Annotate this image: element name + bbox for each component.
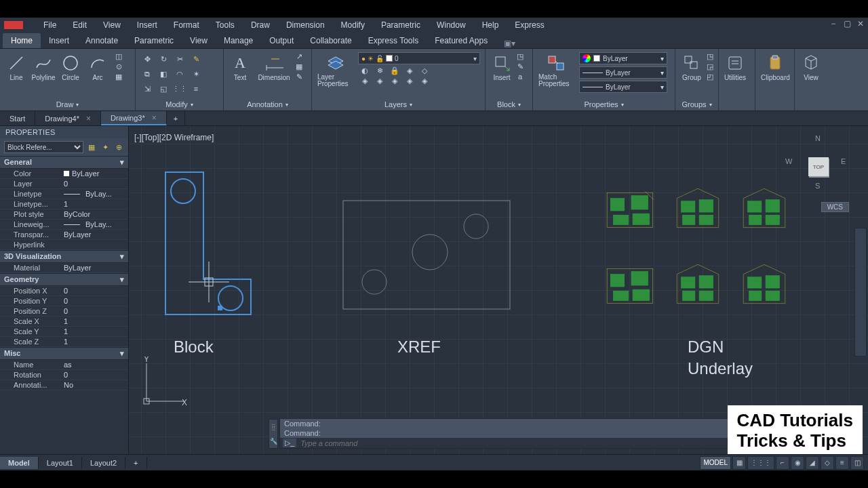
- property-row[interactable]: Nameas: [0, 360, 128, 370]
- close-tab-icon[interactable]: ×: [152, 113, 157, 123]
- command-line-handle[interactable]: ⣿🔧: [269, 419, 278, 449]
- property-row[interactable]: Position Y0: [0, 296, 128, 306]
- layout-tab-2[interactable]: Layout2: [82, 457, 125, 469]
- status-model[interactable]: MODEL: [700, 456, 731, 470]
- layer-properties-button[interactable]: Layer Properties: [316, 52, 354, 89]
- layout-tab-model[interactable]: Model: [0, 457, 39, 469]
- layer-mini-8[interactable]: ◈: [388, 77, 401, 85]
- wcs-label[interactable]: WCS: [821, 202, 849, 212]
- circle-button[interactable]: Circle: [58, 52, 83, 83]
- lineweight-selector[interactable]: ByLayer▾: [579, 81, 667, 93]
- status-snap-icon[interactable]: ⋮⋮⋮: [747, 456, 774, 470]
- property-section-general[interactable]: General▾: [0, 156, 128, 169]
- group-mini-3[interactable]: ◰: [707, 73, 713, 81]
- property-row[interactable]: LinetypeByLay...: [0, 189, 128, 199]
- trim-button[interactable]: ✂: [172, 52, 187, 66]
- file-tab-drawing3[interactable]: Drawing3*×: [101, 111, 167, 125]
- property-row[interactable]: Linetype...1: [0, 199, 128, 209]
- menu-express[interactable]: Express: [507, 20, 552, 30]
- tab-view[interactable]: View: [182, 33, 216, 48]
- view-button[interactable]: View: [799, 52, 823, 83]
- copy-button[interactable]: ⧉: [140, 67, 155, 81]
- tab-featured-apps[interactable]: Featured Apps: [427, 33, 496, 48]
- menu-window[interactable]: Window: [429, 20, 474, 30]
- property-row[interactable]: Scale Y1: [0, 327, 128, 337]
- viewcube-top-face[interactable]: TOP: [808, 157, 829, 176]
- move-button[interactable]: ✥: [140, 52, 155, 66]
- menu-dimension[interactable]: Dimension: [278, 20, 333, 30]
- menu-view[interactable]: View: [95, 20, 129, 30]
- stretch-button[interactable]: ⇲: [140, 82, 155, 96]
- dimension-button[interactable]: Dimension: [255, 52, 293, 83]
- layer-iso2[interactable]: ◇: [418, 66, 431, 75]
- tab-output[interactable]: Output: [261, 33, 302, 48]
- close-icon[interactable]: ✕: [856, 19, 865, 28]
- group-mini-2[interactable]: ◲: [707, 62, 713, 71]
- selection-type-dropdown[interactable]: Block Refere...: [4, 141, 83, 153]
- polyline-button[interactable]: Polyline: [31, 52, 56, 83]
- group-mini-1[interactable]: ◳: [707, 52, 713, 61]
- draw-mini-1[interactable]: ◫: [115, 52, 122, 61]
- menu-file[interactable]: File: [35, 20, 64, 30]
- tab-collaborate[interactable]: Collaborate: [302, 33, 359, 48]
- erase-button[interactable]: ✎: [189, 52, 203, 66]
- menu-parametric[interactable]: Parametric: [373, 20, 429, 30]
- layout-tab-1[interactable]: Layout1: [39, 457, 82, 469]
- create-block-button[interactable]: ◳: [517, 52, 524, 61]
- property-row[interactable]: ColorByLayer: [0, 169, 128, 179]
- property-row[interactable]: Plot styleByColor: [0, 209, 128, 220]
- tab-insert[interactable]: Insert: [41, 33, 77, 48]
- property-section-3d-visualization[interactable]: 3D Visualization▾: [0, 250, 128, 263]
- menu-modify[interactable]: Modify: [333, 20, 373, 30]
- property-section-geometry[interactable]: Geometry▾: [0, 273, 128, 286]
- rotate-button[interactable]: ↻: [156, 52, 171, 66]
- panel-modify-title[interactable]: Modify: [140, 98, 219, 110]
- linetype-selector[interactable]: ByLayer▾: [579, 66, 667, 79]
- clipboard-button[interactable]: Clipboard: [760, 52, 791, 83]
- layer-off-button[interactable]: ◐: [358, 66, 372, 75]
- property-row[interactable]: MaterialByLayer: [0, 263, 128, 273]
- layer-lock-button[interactable]: 🔒: [388, 66, 401, 75]
- tab-home[interactable]: Home: [3, 33, 41, 48]
- minimize-icon[interactable]: −: [829, 19, 838, 28]
- property-row[interactable]: Transpar...ByLayer: [0, 230, 128, 240]
- panel-block-title[interactable]: Block: [490, 98, 528, 110]
- color-selector[interactable]: ByLayer▾: [579, 52, 667, 64]
- property-row[interactable]: Lineweig...ByLay...: [0, 220, 128, 230]
- wrench-icon[interactable]: 🔧: [270, 438, 277, 445]
- menu-format[interactable]: Format: [165, 20, 208, 30]
- menu-insert[interactable]: Insert: [129, 20, 165, 30]
- tab-express-tools[interactable]: Express Tools: [360, 33, 427, 48]
- maximize-icon[interactable]: ▢: [842, 19, 852, 28]
- viewcube-n[interactable]: N: [815, 134, 821, 142]
- property-row[interactable]: Scale Z1: [0, 337, 128, 347]
- menu-tools[interactable]: Tools: [208, 20, 243, 30]
- viewcube-s[interactable]: S: [815, 182, 820, 190]
- layer-freeze-button[interactable]: ❄: [373, 66, 387, 75]
- viewcube[interactable]: N S W E TOP: [788, 134, 849, 195]
- status-polar-icon[interactable]: ◉: [791, 456, 804, 470]
- layer-selector[interactable]: ● ☀ 🔓 0 ▾: [358, 52, 480, 64]
- offset-button[interactable]: ≡: [189, 82, 203, 96]
- layout-tab-add[interactable]: +: [125, 457, 146, 469]
- viewcube-w[interactable]: W: [785, 157, 792, 165]
- status-lineweight-icon[interactable]: ≡: [835, 456, 849, 470]
- block-attr-button[interactable]: a: [517, 73, 524, 81]
- utilities-button[interactable]: Utilities: [723, 52, 747, 83]
- close-tab-icon[interactable]: ×: [86, 114, 91, 123]
- array-button[interactable]: ⋮⋮: [172, 82, 187, 96]
- file-tab-start[interactable]: Start: [0, 111, 35, 125]
- leader-button[interactable]: ↗: [296, 52, 302, 61]
- match-properties-button[interactable]: Match Properties: [537, 52, 575, 89]
- layer-mini-9[interactable]: ◈: [403, 77, 416, 85]
- navigation-bar[interactable]: [854, 228, 867, 357]
- layer-mini-7[interactable]: ◈: [373, 77, 387, 85]
- tab-annotate[interactable]: Annotate: [77, 33, 126, 48]
- insert-block-button[interactable]: Insert: [490, 52, 514, 83]
- tab-manage[interactable]: Manage: [216, 33, 261, 48]
- explode-button[interactable]: ✶: [189, 67, 203, 81]
- fillet-button[interactable]: ◠: [172, 67, 187, 81]
- property-row[interactable]: Layer0: [0, 179, 128, 189]
- arc-button[interactable]: Arc: [85, 52, 110, 83]
- property-row[interactable]: Position X0: [0, 286, 128, 296]
